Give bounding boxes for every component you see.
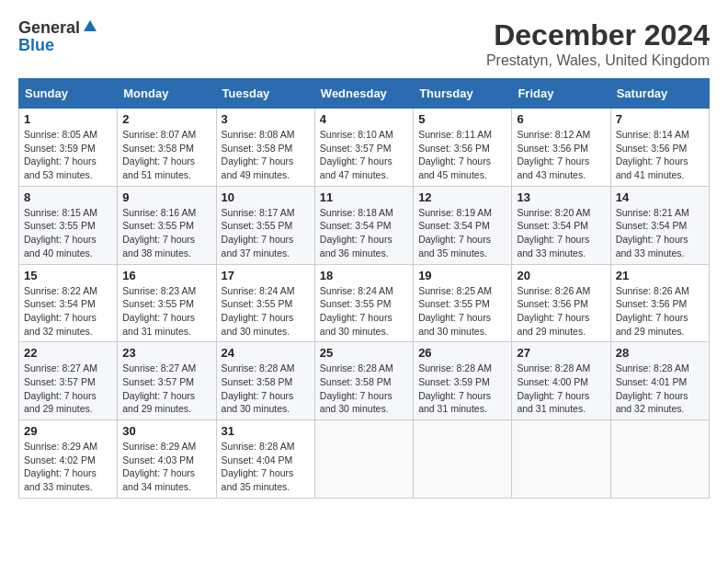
day-info: Sunrise: 8:08 AMSunset: 3:58 PMDaylight:…	[222, 128, 310, 182]
calendar-cell	[610, 420, 709, 499]
location: Prestatyn, Wales, United Kingdom	[486, 52, 710, 69]
calendar-cell: 6Sunrise: 8:12 AMSunset: 3:56 PMDaylight…	[512, 109, 610, 187]
calendar-cell: 23Sunrise: 8:27 AMSunset: 3:57 PMDayligh…	[118, 342, 216, 420]
day-number: 28	[616, 346, 704, 360]
calendar-week-row: 22Sunrise: 8:27 AMSunset: 3:57 PMDayligh…	[19, 342, 710, 420]
calendar-week-row: 29Sunrise: 8:29 AMSunset: 4:02 PMDayligh…	[19, 420, 710, 499]
day-number: 11	[320, 190, 408, 204]
day-number: 17	[222, 269, 310, 282]
calendar-cell	[512, 420, 610, 499]
day-info: Sunrise: 8:22 AMSunset: 3:54 PMDaylight:…	[24, 284, 112, 339]
day-info: Sunrise: 8:29 AMSunset: 4:03 PMDaylight:…	[122, 440, 210, 494]
calendar-cell: 24Sunrise: 8:28 AMSunset: 3:58 PMDayligh…	[216, 342, 314, 420]
calendar-header-row: SundayMondayTuesdayWednesdayThursdayFrid…	[19, 79, 710, 109]
calendar-cell: 16Sunrise: 8:23 AMSunset: 3:55 PMDayligh…	[118, 264, 216, 342]
day-number: 26	[418, 346, 506, 360]
day-info: Sunrise: 8:16 AMSunset: 3:55 PMDaylight:…	[122, 206, 210, 260]
calendar-cell: 5Sunrise: 8:11 AMSunset: 3:56 PMDaylight…	[414, 109, 512, 187]
calendar-cell: 28Sunrise: 8:28 AMSunset: 4:01 PMDayligh…	[610, 342, 709, 420]
calendar-cell: 15Sunrise: 8:22 AMSunset: 3:54 PMDayligh…	[19, 264, 118, 342]
day-number: 1	[24, 112, 112, 126]
calendar-cell: 4Sunrise: 8:10 AMSunset: 3:57 PMDaylight…	[314, 109, 413, 187]
calendar-table: SundayMondayTuesdayWednesdayThursdayFrid…	[18, 78, 710, 499]
calendar-cell: 21Sunrise: 8:26 AMSunset: 3:56 PMDayligh…	[610, 264, 709, 342]
calendar-cell: 2Sunrise: 8:07 AMSunset: 3:58 PMDaylight…	[118, 109, 216, 187]
day-info: Sunrise: 8:28 AMSunset: 3:58 PMDaylight:…	[222, 362, 310, 416]
calendar-cell: 10Sunrise: 8:17 AMSunset: 3:55 PMDayligh…	[216, 186, 314, 264]
calendar-cell	[314, 420, 413, 499]
calendar-cell: 29Sunrise: 8:29 AMSunset: 4:02 PMDayligh…	[19, 420, 118, 499]
day-info: Sunrise: 8:20 AMSunset: 3:54 PMDaylight:…	[517, 206, 605, 260]
day-info: Sunrise: 8:15 AMSunset: 3:55 PMDaylight:…	[24, 206, 112, 260]
header: General Blue December 2024 Prestatyn, Wa…	[18, 18, 710, 69]
calendar-cell: 18Sunrise: 8:24 AMSunset: 3:55 PMDayligh…	[314, 264, 413, 342]
calendar-cell: 11Sunrise: 8:18 AMSunset: 3:54 PMDayligh…	[314, 186, 413, 264]
day-number: 2	[122, 112, 210, 126]
day-info: Sunrise: 8:05 AMSunset: 3:59 PMDaylight:…	[24, 128, 112, 182]
calendar-cell: 20Sunrise: 8:26 AMSunset: 3:56 PMDayligh…	[512, 264, 610, 342]
logo-general-text: General	[18, 18, 80, 38]
day-number: 22	[24, 346, 112, 360]
day-number: 9	[122, 190, 210, 204]
day-info: Sunrise: 8:27 AMSunset: 3:57 PMDaylight:…	[24, 362, 112, 416]
day-number: 3	[222, 112, 310, 126]
day-number: 15	[24, 269, 112, 282]
day-number: 29	[24, 424, 112, 438]
day-number: 6	[517, 112, 605, 126]
day-number: 20	[517, 269, 605, 282]
calendar-cell	[414, 420, 512, 499]
calendar-cell: 12Sunrise: 8:19 AMSunset: 3:54 PMDayligh…	[414, 186, 512, 264]
day-info: Sunrise: 8:17 AMSunset: 3:55 PMDaylight:…	[222, 206, 310, 260]
calendar-cell: 14Sunrise: 8:21 AMSunset: 3:54 PMDayligh…	[610, 186, 709, 264]
calendar-cell: 7Sunrise: 8:14 AMSunset: 3:56 PMDaylight…	[610, 109, 709, 187]
calendar-week-row: 1Sunrise: 8:05 AMSunset: 3:59 PMDaylight…	[19, 109, 710, 187]
day-info: Sunrise: 8:14 AMSunset: 3:56 PMDaylight:…	[616, 128, 704, 182]
col-header-monday: Monday	[118, 79, 216, 109]
calendar-cell: 31Sunrise: 8:28 AMSunset: 4:04 PMDayligh…	[216, 420, 314, 499]
day-info: Sunrise: 8:25 AMSunset: 3:55 PMDaylight:…	[418, 284, 506, 339]
day-number: 14	[616, 190, 704, 204]
calendar-cell: 27Sunrise: 8:28 AMSunset: 4:00 PMDayligh…	[512, 342, 610, 420]
calendar-cell: 17Sunrise: 8:24 AMSunset: 3:55 PMDayligh…	[216, 264, 314, 342]
day-info: Sunrise: 8:24 AMSunset: 3:55 PMDaylight:…	[320, 284, 408, 339]
calendar-cell: 22Sunrise: 8:27 AMSunset: 3:57 PMDayligh…	[19, 342, 118, 420]
day-number: 13	[517, 190, 605, 204]
day-number: 23	[122, 346, 210, 360]
day-number: 18	[320, 269, 408, 282]
logo-blue-text: Blue	[18, 36, 54, 55]
col-header-tuesday: Tuesday	[216, 79, 314, 109]
col-header-wednesday: Wednesday	[314, 79, 413, 109]
svg-marker-0	[84, 20, 97, 31]
calendar-cell: 8Sunrise: 8:15 AMSunset: 3:55 PMDaylight…	[19, 186, 118, 264]
calendar-cell: 25Sunrise: 8:28 AMSunset: 3:58 PMDayligh…	[314, 342, 413, 420]
day-info: Sunrise: 8:19 AMSunset: 3:54 PMDaylight:…	[418, 206, 506, 260]
day-info: Sunrise: 8:18 AMSunset: 3:54 PMDaylight:…	[320, 206, 408, 260]
day-info: Sunrise: 8:11 AMSunset: 3:56 PMDaylight:…	[418, 128, 506, 182]
col-header-saturday: Saturday	[610, 79, 709, 109]
day-info: Sunrise: 8:07 AMSunset: 3:58 PMDaylight:…	[122, 128, 210, 182]
day-number: 7	[616, 112, 704, 126]
day-number: 24	[222, 346, 310, 360]
calendar-week-row: 15Sunrise: 8:22 AMSunset: 3:54 PMDayligh…	[19, 264, 710, 342]
title-area: December 2024 Prestatyn, Wales, United K…	[486, 18, 710, 69]
calendar-week-row: 8Sunrise: 8:15 AMSunset: 3:55 PMDaylight…	[19, 186, 710, 264]
calendar-cell: 30Sunrise: 8:29 AMSunset: 4:03 PMDayligh…	[118, 420, 216, 499]
calendar-cell: 3Sunrise: 8:08 AMSunset: 3:58 PMDaylight…	[216, 109, 314, 187]
calendar-cell: 9Sunrise: 8:16 AMSunset: 3:55 PMDaylight…	[118, 186, 216, 264]
col-header-friday: Friday	[512, 79, 610, 109]
day-info: Sunrise: 8:28 AMSunset: 3:58 PMDaylight:…	[320, 362, 408, 416]
day-number: 4	[320, 112, 408, 126]
day-info: Sunrise: 8:28 AMSunset: 3:59 PMDaylight:…	[418, 362, 506, 416]
day-info: Sunrise: 8:29 AMSunset: 4:02 PMDaylight:…	[24, 440, 112, 494]
day-number: 5	[418, 112, 506, 126]
day-info: Sunrise: 8:24 AMSunset: 3:55 PMDaylight:…	[222, 284, 310, 339]
day-info: Sunrise: 8:28 AMSunset: 4:00 PMDaylight:…	[517, 362, 605, 416]
day-info: Sunrise: 8:23 AMSunset: 3:55 PMDaylight:…	[122, 284, 210, 339]
day-info: Sunrise: 8:28 AMSunset: 4:04 PMDaylight:…	[222, 440, 310, 494]
day-number: 27	[517, 346, 605, 360]
day-number: 31	[222, 424, 310, 438]
calendar-cell: 26Sunrise: 8:28 AMSunset: 3:59 PMDayligh…	[414, 342, 512, 420]
calendar-cell: 19Sunrise: 8:25 AMSunset: 3:55 PMDayligh…	[414, 264, 512, 342]
day-info: Sunrise: 8:26 AMSunset: 3:56 PMDaylight:…	[517, 284, 605, 339]
month-title: December 2024	[486, 18, 710, 52]
